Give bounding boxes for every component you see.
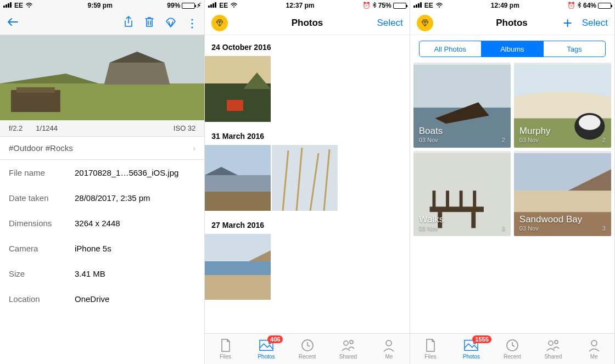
- clock-icon: [300, 338, 315, 352]
- iso-value: ISO 32: [174, 124, 195, 132]
- tab-label: Me: [590, 354, 598, 360]
- shared-icon: [546, 338, 560, 352]
- svg-marker-3: [104, 63, 170, 85]
- segmented-control: All Photos Albums Tags: [419, 41, 606, 57]
- status-bar: EE 12:49 pm ⏰ 64%: [410, 0, 614, 11]
- photos-content[interactable]: 24 October 2016 31 March 2016 27 March 2…: [205, 35, 409, 364]
- nav-bar: Photos + Select: [410, 11, 614, 35]
- camera-meta-row: f/2.2 1/1244 ISO 32: [0, 120, 204, 137]
- segment-tags[interactable]: Tags: [544, 41, 605, 57]
- more-button[interactable]: ⋮: [187, 16, 198, 30]
- screen-photos-list: EE 12:37 pm ⏰ 75% Photos Select 24 Octob…: [205, 0, 410, 364]
- select-button[interactable]: Select: [582, 18, 608, 29]
- clock: 12:49 pm: [491, 2, 519, 9]
- tags-text: #Outdoor #Rocks: [9, 143, 73, 153]
- alarm-icon: ⏰: [567, 2, 575, 9]
- svg-point-32: [439, 7, 440, 8]
- svg-rect-46: [459, 191, 462, 209]
- carrier-label: EE: [219, 2, 228, 9]
- tab-label: Photos: [258, 354, 275, 360]
- album-date: 03 Nov: [519, 137, 539, 143]
- svg-rect-45: [446, 191, 449, 209]
- tab-recent[interactable]: Recent: [287, 334, 327, 364]
- premium-badge-icon[interactable]: [211, 15, 228, 31]
- parachute-icon[interactable]: [165, 16, 177, 30]
- tab-photos[interactable]: Photos 406: [246, 334, 287, 364]
- album-name: Walks: [419, 214, 505, 225]
- photo-thumbnail[interactable]: [272, 145, 338, 211]
- page-title: Photos: [461, 18, 563, 29]
- wifi-icon: [435, 2, 443, 9]
- albums-grid: Boats 03 Nov2 Murphy 03 Nov2 Walks 03 No…: [410, 63, 614, 236]
- filename-value: 20170828_1…5636_iOS.jpg: [75, 168, 178, 177]
- photo-thumbnail[interactable]: [205, 234, 271, 300]
- aperture-value: f/2.2: [9, 124, 23, 132]
- svg-point-0: [29, 7, 30, 8]
- battery-pct: 64%: [583, 2, 596, 9]
- svg-rect-12: [227, 100, 243, 111]
- signal-icon: [208, 2, 217, 9]
- share-button[interactable]: [123, 15, 134, 31]
- dimensions-value: 3264 x 2448: [75, 219, 120, 228]
- row-camera: Camera iPhone 5s: [0, 236, 204, 261]
- location-label: Location: [9, 294, 75, 304]
- charging-icon: ⚡︎: [197, 2, 201, 9]
- datetaken-value: 28/08/2017, 2:35 pm: [75, 193, 150, 203]
- nav-bar: Photos Select: [205, 11, 409, 35]
- select-button[interactable]: Select: [377, 18, 402, 29]
- status-bar: EE 9:59 pm 99% ⚡︎: [0, 0, 204, 11]
- tab-shared[interactable]: Shared: [533, 334, 573, 364]
- tab-files[interactable]: Files: [410, 334, 451, 364]
- tab-me[interactable]: Me: [574, 334, 614, 364]
- size-value: 3.41 MB: [75, 269, 105, 278]
- photo-thumbnail[interactable]: [205, 145, 271, 211]
- shared-icon: [341, 338, 355, 352]
- premium-badge-icon[interactable]: [417, 15, 433, 31]
- svg-point-57: [591, 340, 597, 346]
- delete-button[interactable]: [144, 16, 155, 30]
- tab-photos[interactable]: Photos 1555: [451, 334, 491, 364]
- tab-label: Files: [424, 354, 436, 360]
- svg-rect-47: [473, 191, 476, 209]
- svg-rect-15: [205, 192, 271, 211]
- back-button[interactable]: [7, 16, 19, 30]
- signal-icon: [3, 2, 12, 9]
- album-name: Murphy: [519, 126, 606, 137]
- screen-albums: EE 12:49 pm ⏰ 64% Photos + Select All P: [410, 0, 615, 364]
- svg-rect-5: [11, 90, 60, 112]
- svg-point-8: [233, 7, 234, 8]
- album-murphy[interactable]: Murphy 03 Nov2: [514, 63, 611, 148]
- add-button[interactable]: +: [563, 15, 572, 31]
- person-icon: [587, 338, 601, 352]
- svg-point-55: [549, 341, 553, 345]
- tags-row[interactable]: #Outdoor #Rocks ›: [0, 137, 204, 160]
- tab-label: Shared: [544, 354, 562, 360]
- album-count: 3: [502, 225, 505, 232]
- clock: 9:59 pm: [87, 2, 112, 9]
- tab-files[interactable]: Files: [205, 334, 245, 364]
- tab-shared[interactable]: Shared: [328, 334, 368, 364]
- tab-label: Recent: [504, 354, 521, 360]
- row-filename: File name 20170828_1…5636_iOS.jpg: [0, 160, 204, 185]
- segment-albums[interactable]: Albums: [482, 41, 544, 57]
- photo-preview[interactable]: [0, 35, 204, 120]
- camera-value: iPhone 5s: [75, 244, 111, 253]
- segment-all-photos[interactable]: All Photos: [420, 41, 482, 57]
- chevron-right-icon: ›: [193, 143, 195, 153]
- battery-icon: [393, 3, 406, 9]
- badge-count: 1555: [472, 335, 491, 343]
- shutter-value: 1/1244: [36, 124, 58, 132]
- album-boats[interactable]: Boats 03 Nov2: [413, 63, 511, 148]
- tab-label: Photos: [463, 354, 480, 360]
- tab-me[interactable]: Me: [368, 334, 409, 364]
- photo-thumbnail[interactable]: [205, 56, 271, 122]
- row-size: Size 3.41 MB: [0, 261, 204, 286]
- album-walks[interactable]: Walks 03 Nov3: [413, 151, 511, 236]
- screen-photo-detail: EE 9:59 pm 99% ⚡︎ ⋮: [0, 0, 205, 364]
- date-header: 24 October 2016: [205, 35, 409, 56]
- svg-rect-24: [205, 275, 271, 300]
- status-bar: EE 12:37 pm ⏰ 75%: [205, 0, 409, 11]
- tab-recent[interactable]: Recent: [492, 334, 533, 364]
- bluetooth-icon: [577, 2, 582, 10]
- album-sandwood-bay[interactable]: Sandwood Bay 03 Nov3: [514, 151, 611, 236]
